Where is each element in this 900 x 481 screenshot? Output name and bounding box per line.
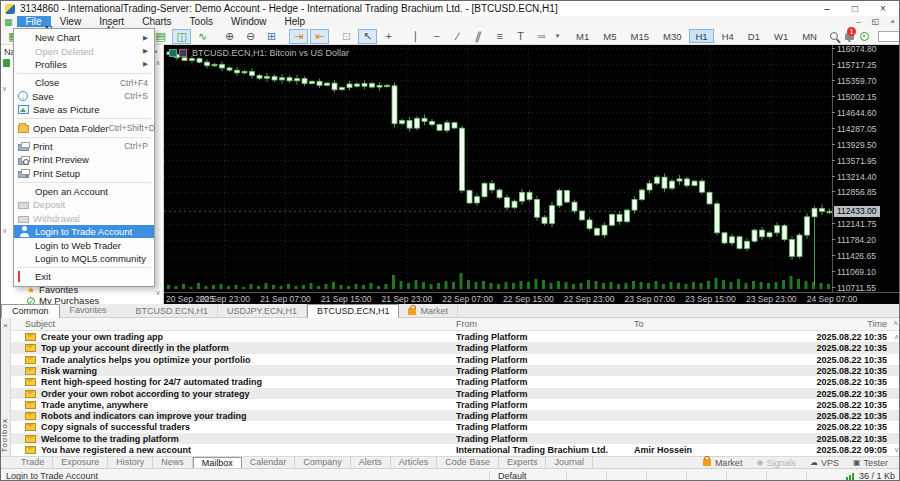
- mail-row[interactable]: Trade anytime, anywhereTrading Platform2…: [11, 399, 900, 410]
- navigator-scroll-down-icon[interactable]: ∨: [154, 289, 162, 297]
- sort-asc-icon[interactable]: ∧: [893, 319, 898, 327]
- objects-icon[interactable]: ▫▫: [532, 29, 551, 44]
- chart-tab-1[interactable]: USDJPY.ECN,H1: [218, 304, 307, 318]
- file-menu-item-deposit[interactable]: Deposit: [14, 198, 154, 211]
- chart-window[interactable]: 116074.80115717.25115359.70115002.151146…: [164, 45, 900, 304]
- toolbox-tab-code-base[interactable]: Code Base: [437, 457, 499, 469]
- mail-row[interactable]: Trade analytics helps you optimize your …: [11, 354, 900, 365]
- file-menu-item-close[interactable]: CloseCtrl+F4: [14, 76, 154, 89]
- mail-row[interactable]: Create your own trading appTrading Platf…: [11, 331, 900, 342]
- toolbox-tab-articles[interactable]: Articles: [391, 457, 438, 469]
- file-menu-item-withdrawal[interactable]: Withdrawal: [14, 212, 154, 225]
- channel-icon[interactable]: ∥: [467, 29, 491, 44]
- chart-tab-0[interactable]: BTCUSD.ECN,H1: [127, 304, 219, 318]
- file-menu-item-open-deleted[interactable]: Open Deleted▶: [14, 44, 154, 57]
- navigator-tab-common[interactable]: Common: [1, 304, 60, 318]
- navigator-tab-favorites[interactable]: Favorites: [60, 304, 117, 318]
- mail-row[interactable]: Top up your account directly in the plat…: [11, 342, 900, 353]
- toolbox-tab-news[interactable]: News: [153, 457, 193, 469]
- timeframe-h4-button[interactable]: H4: [716, 29, 740, 43]
- toolbox-tab-experts[interactable]: Experts: [499, 457, 547, 469]
- mdi-close-button[interactable]: ×: [884, 16, 900, 28]
- zoom-out-icon[interactable]: ⊖: [241, 29, 260, 44]
- toolbox-tab-exposure[interactable]: Exposure: [53, 457, 108, 469]
- timeframe-mn-button[interactable]: MN: [796, 29, 823, 43]
- panel-tab-market[interactable]: Market: [696, 458, 750, 468]
- panel-tab-vps[interactable]: ☁VPS: [803, 458, 846, 468]
- chart-shift-icon[interactable]: ⇤: [310, 29, 329, 44]
- toolbox-close-icon[interactable]: ×: [3, 321, 8, 330]
- column-time[interactable]: Time: [867, 319, 887, 329]
- menu-tools[interactable]: Tools: [181, 16, 222, 27]
- close-button[interactable]: ×: [869, 1, 897, 16]
- file-menu-item-save-as-picture[interactable]: Save as Picture: [14, 103, 154, 116]
- column-subject[interactable]: Subject: [25, 319, 55, 329]
- tree-collapse-icon[interactable]: ∨: [2, 85, 7, 93]
- timeframe-m5-button[interactable]: M5: [597, 29, 622, 43]
- file-menu-item-profiles[interactable]: Profiles▶: [14, 58, 154, 71]
- candlestick-chart[interactable]: [164, 45, 832, 292]
- mail-row[interactable]: Rent high-speed hosting for 24/7 automat…: [11, 376, 900, 387]
- file-menu-item-open-an-account[interactable]: Open an Account: [14, 185, 154, 198]
- toolbox-tab-company[interactable]: Company: [295, 457, 351, 469]
- chart-tab-market[interactable]: Market: [399, 304, 458, 318]
- mail-row[interactable]: Order your own robot according to your s…: [11, 388, 900, 399]
- column-to[interactable]: To: [634, 319, 644, 329]
- file-menu-item-print-preview[interactable]: Print Preview: [14, 153, 154, 166]
- status-profile[interactable]: Default: [498, 471, 527, 481]
- toolbox-tab-trade[interactable]: Trade: [13, 457, 53, 469]
- menu-help[interactable]: Help: [276, 16, 315, 27]
- mail-list-header[interactable]: Subject From To Time ∧: [11, 318, 900, 331]
- file-menu-item-open-data-folder[interactable]: Open Data FolderCtrl+Shift+D: [14, 121, 154, 134]
- cursor-icon[interactable]: ↖: [358, 29, 377, 44]
- file-menu-item-login-to-web-trader[interactable]: Login to Web Trader: [14, 238, 154, 251]
- new-window-icon[interactable]: ⊡: [337, 29, 356, 44]
- file-menu-item-print[interactable]: PrintCtrl+P: [14, 140, 154, 153]
- maximize-button[interactable]: □: [841, 1, 869, 16]
- file-menu-item-save[interactable]: SaveCtrl+S: [14, 90, 154, 103]
- timeframe-m30-button[interactable]: M30: [657, 29, 687, 43]
- toolbox-tab-alerts[interactable]: Alerts: [351, 457, 391, 469]
- panel-tab-tester[interactable]: ▣Tester: [846, 458, 895, 468]
- mail-row[interactable]: Copy signals of successful tradersTradin…: [11, 421, 900, 432]
- crosshair-icon[interactable]: +: [379, 29, 398, 44]
- community-icon[interactable]: [855, 29, 874, 44]
- file-menu-item-login-to-trade-account[interactable]: Login to Trade Account: [14, 225, 154, 238]
- toolbox-tab-journal[interactable]: Journal: [546, 457, 593, 469]
- mail-row[interactable]: Risk warningTrading Platform2025.08.22 1…: [11, 365, 900, 376]
- horizontal-line-icon[interactable]: −: [427, 29, 446, 44]
- mail-row[interactable]: Welcome to the trading platformTrading P…: [11, 433, 900, 444]
- notifications-icon[interactable]: 1: [845, 29, 854, 44]
- tile-windows-icon[interactable]: ⊞: [262, 29, 281, 44]
- chart-tab-2[interactable]: BTCUSD.ECN,H1: [307, 304, 400, 318]
- mail-row[interactable]: Robots and indicators can improve your t…: [11, 410, 900, 421]
- auto-scroll-icon[interactable]: ⇥: [289, 29, 308, 44]
- navigator-scroll-up-icon[interactable]: ∧: [154, 59, 162, 67]
- file-menu-item-exit[interactable]: Exit: [14, 270, 154, 283]
- toolbox-tab-calendar[interactable]: Calendar: [242, 457, 296, 469]
- text-icon[interactable]: T: [511, 29, 530, 44]
- search-icon[interactable]: [825, 29, 844, 44]
- timeframe-w1-button[interactable]: W1: [768, 29, 794, 43]
- mail-row[interactable]: You have registered a new accountInterna…: [11, 444, 900, 455]
- panel-tab-signals[interactable]: ◉Signals: [749, 458, 803, 468]
- column-from[interactable]: From: [456, 319, 477, 329]
- timeframe-m15-button[interactable]: M15: [625, 29, 655, 43]
- vertical-line-icon[interactable]: ∣: [406, 29, 425, 44]
- candlestick-chart-icon[interactable]: ◫: [172, 29, 191, 44]
- zoom-in-icon[interactable]: ⊕: [220, 29, 239, 44]
- fibonacci-icon[interactable]: ≡: [490, 29, 509, 44]
- file-menu-item-print-setup[interactable]: Print Setup: [14, 167, 154, 180]
- timeframe-d1-button[interactable]: D1: [742, 29, 766, 43]
- file-menu-item-login-to-mql5-community[interactable]: Login to MQL5.community: [14, 252, 154, 265]
- file-menu-item-new-chart[interactable]: New Chart▶: [14, 31, 154, 44]
- line-chart-icon[interactable]: ∿: [193, 29, 212, 44]
- minimize-button[interactable]: –: [813, 1, 841, 16]
- objects-dropdown-icon[interactable]: ▾: [553, 29, 562, 44]
- toolbox-tab-history[interactable]: History: [108, 457, 153, 469]
- mdi-restore-button[interactable]: ◱: [867, 16, 884, 28]
- timeframe-h1-button[interactable]: H1: [689, 29, 713, 43]
- timeframe-m1-button[interactable]: M1: [570, 29, 595, 43]
- toolbar-search-input[interactable]: [878, 31, 900, 42]
- trendline-icon[interactable]: ∕: [448, 29, 467, 44]
